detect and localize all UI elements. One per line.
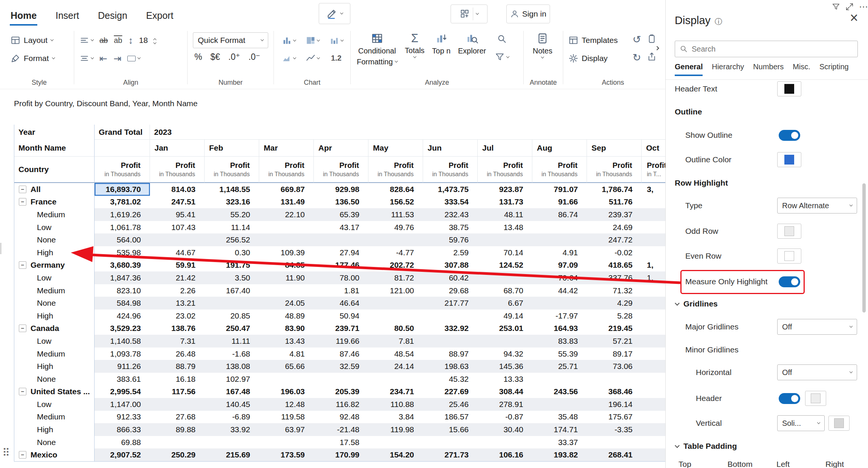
pivot-cell[interactable]: 3.84 — [368, 411, 423, 424]
search-data-icon[interactable] — [497, 34, 507, 44]
search-input[interactable]: Search — [675, 41, 858, 57]
panel-tab-numbers[interactable]: Numbers — [753, 63, 784, 76]
top-n-button[interactable]: Top n — [428, 31, 454, 57]
pivot-cell[interactable]: 138.76 — [150, 322, 205, 335]
pivot-cell[interactable] — [368, 233, 423, 246]
collapse-icon[interactable]: − — [19, 198, 26, 206]
pivot-cell[interactable]: 191.75 — [205, 259, 259, 272]
pivot-cell[interactable]: 48.54 — [368, 348, 423, 360]
pivot-cell[interactable] — [259, 373, 314, 386]
pivot-cell[interactable]: 109.39 — [259, 246, 314, 259]
line-chart-button[interactable] — [301, 49, 324, 67]
pivot-cell[interactable]: 49.14 — [478, 309, 532, 322]
pivot-cell[interactable] — [314, 233, 368, 246]
sign-in-button[interactable]: Sign in — [506, 5, 550, 23]
pivot-cell[interactable]: 1,148.55 — [205, 183, 259, 196]
pivot-row-header[interactable]: High — [14, 423, 95, 436]
header-gridlines-color-swatch[interactable] — [805, 391, 826, 406]
pivot-cell[interactable] — [368, 373, 423, 386]
pivot-cell[interactable]: 535.98 — [95, 246, 150, 259]
panel-tab-hierarchy[interactable]: Hierarchy — [712, 63, 744, 76]
pivot-cell[interactable]: 106.16 — [478, 448, 532, 461]
pivot-cell[interactable]: 511.76 — [587, 196, 642, 209]
pivot-cell[interactable]: 243.56 — [532, 386, 587, 398]
pivot-cell[interactable]: 27.68 — [150, 411, 205, 424]
pivot-cell[interactable]: 333.54 — [423, 196, 478, 209]
pivot-cell[interactable]: 2.26 — [150, 284, 205, 297]
pivot-cell[interactable]: 24.05 — [259, 297, 314, 309]
pivot-cell[interactable]: 86.74 — [532, 208, 587, 221]
pivot-cell[interactable] — [642, 360, 665, 373]
pivot-cell[interactable]: 25.46 — [423, 398, 478, 411]
pivot-row-header[interactable]: None — [14, 436, 95, 449]
pivot-cell[interactable] — [642, 411, 665, 424]
pivot-cell[interactable] — [205, 436, 259, 449]
pivot-cell[interactable]: 1,061.78 — [95, 221, 150, 234]
pivot-cell[interactable]: 119.58 — [259, 411, 314, 424]
filter-button[interactable] — [495, 52, 509, 62]
pivot-cell[interactable] — [478, 271, 532, 284]
pivot-row-header[interactable]: High — [14, 360, 95, 373]
month-header-feb[interactable]: Feb — [205, 140, 259, 157]
month-header-aug[interactable]: Aug — [532, 140, 587, 157]
pivot-cell[interactable] — [478, 335, 532, 348]
pivot-cell[interactable] — [642, 208, 665, 221]
strikethrough-button[interactable]: ab — [99, 36, 108, 45]
pivot-cell[interactable]: 227.69 — [423, 386, 478, 398]
pivot-cell[interactable]: 84.85 — [259, 259, 314, 272]
pivot-row-header[interactable]: High — [14, 246, 95, 259]
pivot-cell[interactable]: 239.37 — [587, 208, 642, 221]
pivot-cell[interactable]: 70.64 — [532, 271, 587, 284]
pivot-cell[interactable]: 6.67 — [478, 297, 532, 309]
pivot-cell[interactable]: 60.42 — [423, 271, 478, 284]
pivot-cell[interactable]: 1,847.36 — [95, 271, 150, 284]
pivot-cell[interactable]: 13.33 — [478, 373, 532, 386]
pivot-row-header[interactable]: Low — [14, 335, 95, 348]
pivot-cell[interactable]: 117.56 — [150, 386, 205, 398]
pivot-cell[interactable]: 167.40 — [205, 284, 259, 297]
collapse-icon[interactable]: − — [19, 325, 26, 332]
pivot-cell[interactable]: 35.48 — [532, 411, 587, 424]
pivot-cell[interactable]: 4.91 — [532, 246, 587, 259]
pivot-cell[interactable]: 11.90 — [259, 271, 314, 284]
pivot-cell[interactable]: 27.94 — [314, 246, 368, 259]
pivot-cell[interactable] — [259, 284, 314, 297]
pivot-cell[interactable]: 3, — [642, 183, 665, 196]
pivot-cell[interactable]: 584.98 — [95, 297, 150, 309]
pivot-cell[interactable]: 110.88 — [368, 398, 423, 411]
conditional-formatting-button[interactable]: Conditional Formatting — [353, 31, 401, 68]
pivot-cell[interactable]: 250.47 — [205, 322, 259, 335]
pivot-cell[interactable]: 78.00 — [314, 271, 368, 284]
pivot-cell[interactable]: 119.66 — [314, 335, 368, 348]
pivot-cell[interactable]: 234.71 — [368, 386, 423, 398]
month-header-may[interactable]: May — [368, 140, 423, 157]
pivot-cell[interactable] — [587, 373, 642, 386]
pivot-row-header[interactable]: Low — [14, 221, 95, 234]
pivot-cell[interactable]: 1,786.74 — [587, 183, 642, 196]
pivot-cell[interactable]: 95.41 — [150, 208, 205, 221]
pivot-cell[interactable]: 911.26 — [95, 360, 150, 373]
notes-button[interactable]: Notes — [529, 31, 556, 59]
decimal-format-badge[interactable]: 1.2 — [324, 49, 348, 67]
edit-mode-button[interactable] — [319, 3, 350, 24]
pivot-cell[interactable] — [642, 221, 665, 234]
pivot-row-header[interactable]: Low — [14, 271, 95, 284]
treemap-chart-button[interactable] — [301, 32, 324, 49]
pivot-cell[interactable] — [642, 335, 665, 348]
percent-format-button[interactable]: % — [194, 52, 202, 62]
pivot-row-header[interactable]: Medium — [14, 208, 95, 221]
pivot-cell[interactable]: 80.50 — [368, 322, 423, 335]
pivot-cell[interactable]: 383.61 — [95, 373, 150, 386]
pivot-cell[interactable] — [150, 398, 205, 411]
pivot-cell[interactable]: 30.40 — [478, 423, 532, 436]
tab-insert[interactable]: Insert — [55, 6, 80, 26]
pivot-cell[interactable] — [259, 436, 314, 449]
pivot-cell[interactable]: 89.88 — [150, 423, 205, 436]
pivot-cell[interactable]: 247.51 — [150, 196, 205, 209]
pivot-cell[interactable] — [205, 297, 259, 309]
month-header-jul[interactable]: Jul — [478, 140, 532, 157]
tab-design[interactable]: Design — [97, 6, 128, 26]
pivot-cell[interactable]: 791.07 — [532, 183, 587, 196]
pivot-cell[interactable]: 13.43 — [259, 335, 314, 348]
borders-button[interactable] — [127, 56, 140, 61]
